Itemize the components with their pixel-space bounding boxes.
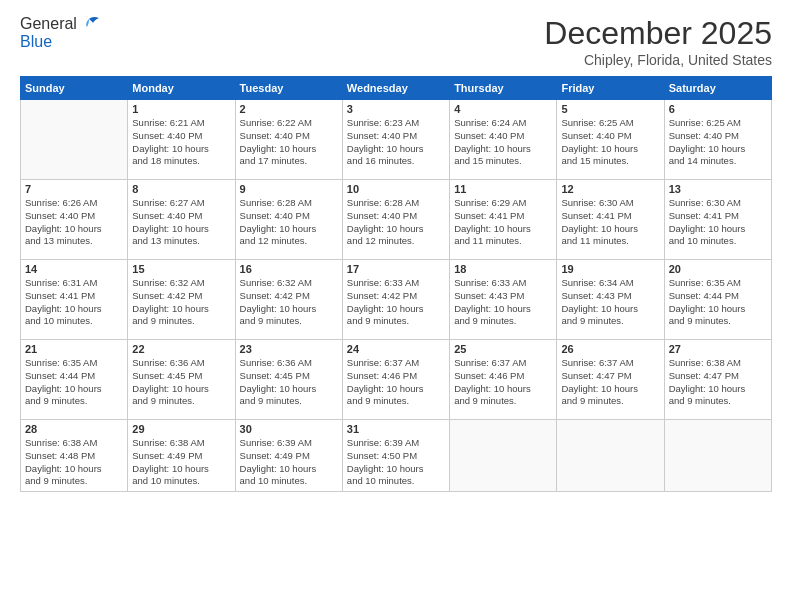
day-number: 24: [347, 343, 445, 355]
table-row: 16Sunrise: 6:32 AM Sunset: 4:42 PM Dayli…: [235, 260, 342, 340]
table-row: 19Sunrise: 6:34 AM Sunset: 4:43 PM Dayli…: [557, 260, 664, 340]
day-info: Sunrise: 6:33 AM Sunset: 4:42 PM Dayligh…: [347, 277, 445, 328]
day-info: Sunrise: 6:35 AM Sunset: 4:44 PM Dayligh…: [25, 357, 123, 408]
table-row: [664, 420, 771, 492]
table-row: 18Sunrise: 6:33 AM Sunset: 4:43 PM Dayli…: [450, 260, 557, 340]
day-info: Sunrise: 6:37 AM Sunset: 4:46 PM Dayligh…: [454, 357, 552, 408]
day-number: 4: [454, 103, 552, 115]
table-row: 8Sunrise: 6:27 AM Sunset: 4:40 PM Daylig…: [128, 180, 235, 260]
table-row: 24Sunrise: 6:37 AM Sunset: 4:46 PM Dayli…: [342, 340, 449, 420]
table-row: 23Sunrise: 6:36 AM Sunset: 4:45 PM Dayli…: [235, 340, 342, 420]
header-row: Sunday Monday Tuesday Wednesday Thursday…: [21, 77, 772, 100]
day-number: 25: [454, 343, 552, 355]
table-row: [21, 100, 128, 180]
day-info: Sunrise: 6:33 AM Sunset: 4:43 PM Dayligh…: [454, 277, 552, 328]
day-info: Sunrise: 6:27 AM Sunset: 4:40 PM Dayligh…: [132, 197, 230, 248]
day-number: 20: [669, 263, 767, 275]
day-info: Sunrise: 6:32 AM Sunset: 4:42 PM Dayligh…: [240, 277, 338, 328]
day-info: Sunrise: 6:32 AM Sunset: 4:42 PM Dayligh…: [132, 277, 230, 328]
day-info: Sunrise: 6:38 AM Sunset: 4:48 PM Dayligh…: [25, 437, 123, 488]
calendar-table: Sunday Monday Tuesday Wednesday Thursday…: [20, 76, 772, 492]
day-number: 29: [132, 423, 230, 435]
table-row: 2Sunrise: 6:22 AM Sunset: 4:40 PM Daylig…: [235, 100, 342, 180]
day-number: 6: [669, 103, 767, 115]
day-info: Sunrise: 6:38 AM Sunset: 4:49 PM Dayligh…: [132, 437, 230, 488]
col-monday: Monday: [128, 77, 235, 100]
day-number: 14: [25, 263, 123, 275]
day-info: Sunrise: 6:31 AM Sunset: 4:41 PM Dayligh…: [25, 277, 123, 328]
table-row: 27Sunrise: 6:38 AM Sunset: 4:47 PM Dayli…: [664, 340, 771, 420]
table-row: 25Sunrise: 6:37 AM Sunset: 4:46 PM Dayli…: [450, 340, 557, 420]
table-row: 5Sunrise: 6:25 AM Sunset: 4:40 PM Daylig…: [557, 100, 664, 180]
day-number: 9: [240, 183, 338, 195]
day-number: 2: [240, 103, 338, 115]
table-row: 9Sunrise: 6:28 AM Sunset: 4:40 PM Daylig…: [235, 180, 342, 260]
logo-bird-icon: [79, 16, 99, 32]
table-row: 21Sunrise: 6:35 AM Sunset: 4:44 PM Dayli…: [21, 340, 128, 420]
table-row: 31Sunrise: 6:39 AM Sunset: 4:50 PM Dayli…: [342, 420, 449, 492]
table-row: 28Sunrise: 6:38 AM Sunset: 4:48 PM Dayli…: [21, 420, 128, 492]
page: General Blue December 2025 Chipley, Flor…: [0, 0, 792, 612]
day-info: Sunrise: 6:28 AM Sunset: 4:40 PM Dayligh…: [240, 197, 338, 248]
header: General Blue December 2025 Chipley, Flor…: [20, 15, 772, 68]
day-number: 22: [132, 343, 230, 355]
day-info: Sunrise: 6:36 AM Sunset: 4:45 PM Dayligh…: [240, 357, 338, 408]
col-wednesday: Wednesday: [342, 77, 449, 100]
day-number: 18: [454, 263, 552, 275]
day-info: Sunrise: 6:25 AM Sunset: 4:40 PM Dayligh…: [561, 117, 659, 168]
table-row: 6Sunrise: 6:25 AM Sunset: 4:40 PM Daylig…: [664, 100, 771, 180]
table-row: 15Sunrise: 6:32 AM Sunset: 4:42 PM Dayli…: [128, 260, 235, 340]
table-row: 14Sunrise: 6:31 AM Sunset: 4:41 PM Dayli…: [21, 260, 128, 340]
table-row: 10Sunrise: 6:28 AM Sunset: 4:40 PM Dayli…: [342, 180, 449, 260]
day-number: 5: [561, 103, 659, 115]
day-info: Sunrise: 6:37 AM Sunset: 4:47 PM Dayligh…: [561, 357, 659, 408]
day-number: 1: [132, 103, 230, 115]
table-row: 12Sunrise: 6:30 AM Sunset: 4:41 PM Dayli…: [557, 180, 664, 260]
table-row: 13Sunrise: 6:30 AM Sunset: 4:41 PM Dayli…: [664, 180, 771, 260]
day-info: Sunrise: 6:34 AM Sunset: 4:43 PM Dayligh…: [561, 277, 659, 328]
table-row: 26Sunrise: 6:37 AM Sunset: 4:47 PM Dayli…: [557, 340, 664, 420]
day-number: 7: [25, 183, 123, 195]
table-row: 3Sunrise: 6:23 AM Sunset: 4:40 PM Daylig…: [342, 100, 449, 180]
logo: General Blue: [20, 15, 99, 51]
day-info: Sunrise: 6:25 AM Sunset: 4:40 PM Dayligh…: [669, 117, 767, 168]
day-info: Sunrise: 6:21 AM Sunset: 4:40 PM Dayligh…: [132, 117, 230, 168]
day-number: 23: [240, 343, 338, 355]
day-info: Sunrise: 6:37 AM Sunset: 4:46 PM Dayligh…: [347, 357, 445, 408]
day-info: Sunrise: 6:30 AM Sunset: 4:41 PM Dayligh…: [561, 197, 659, 248]
col-saturday: Saturday: [664, 77, 771, 100]
day-info: Sunrise: 6:38 AM Sunset: 4:47 PM Dayligh…: [669, 357, 767, 408]
table-row: 1Sunrise: 6:21 AM Sunset: 4:40 PM Daylig…: [128, 100, 235, 180]
day-number: 28: [25, 423, 123, 435]
day-info: Sunrise: 6:26 AM Sunset: 4:40 PM Dayligh…: [25, 197, 123, 248]
day-number: 30: [240, 423, 338, 435]
day-number: 17: [347, 263, 445, 275]
table-row: 7Sunrise: 6:26 AM Sunset: 4:40 PM Daylig…: [21, 180, 128, 260]
table-row: 17Sunrise: 6:33 AM Sunset: 4:42 PM Dayli…: [342, 260, 449, 340]
table-row: 20Sunrise: 6:35 AM Sunset: 4:44 PM Dayli…: [664, 260, 771, 340]
day-number: 26: [561, 343, 659, 355]
table-row: [557, 420, 664, 492]
day-info: Sunrise: 6:23 AM Sunset: 4:40 PM Dayligh…: [347, 117, 445, 168]
day-number: 16: [240, 263, 338, 275]
day-number: 31: [347, 423, 445, 435]
table-row: 11Sunrise: 6:29 AM Sunset: 4:41 PM Dayli…: [450, 180, 557, 260]
day-number: 8: [132, 183, 230, 195]
col-sunday: Sunday: [21, 77, 128, 100]
day-number: 10: [347, 183, 445, 195]
col-friday: Friday: [557, 77, 664, 100]
table-row: 29Sunrise: 6:38 AM Sunset: 4:49 PM Dayli…: [128, 420, 235, 492]
day-info: Sunrise: 6:39 AM Sunset: 4:50 PM Dayligh…: [347, 437, 445, 488]
day-number: 12: [561, 183, 659, 195]
col-tuesday: Tuesday: [235, 77, 342, 100]
table-row: 4Sunrise: 6:24 AM Sunset: 4:40 PM Daylig…: [450, 100, 557, 180]
day-info: Sunrise: 6:22 AM Sunset: 4:40 PM Dayligh…: [240, 117, 338, 168]
table-row: 30Sunrise: 6:39 AM Sunset: 4:49 PM Dayli…: [235, 420, 342, 492]
month-title: December 2025: [544, 15, 772, 52]
logo-blue-text: Blue: [20, 33, 52, 51]
table-row: [450, 420, 557, 492]
day-number: 3: [347, 103, 445, 115]
location: Chipley, Florida, United States: [544, 52, 772, 68]
day-info: Sunrise: 6:39 AM Sunset: 4:49 PM Dayligh…: [240, 437, 338, 488]
day-info: Sunrise: 6:35 AM Sunset: 4:44 PM Dayligh…: [669, 277, 767, 328]
